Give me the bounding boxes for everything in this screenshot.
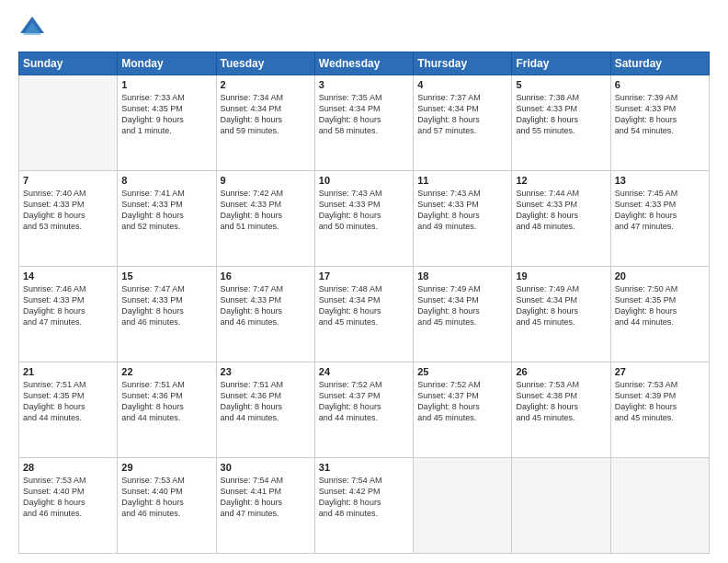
day-number: 4 bbox=[417, 79, 507, 90]
cell-details: Sunrise: 7:39 AM Sunset: 4:33 PM Dayligh… bbox=[615, 92, 705, 137]
weekday-wednesday: Wednesday bbox=[314, 52, 413, 75]
logo bbox=[18, 15, 50, 42]
cell-details: Sunrise: 7:46 AM Sunset: 4:33 PM Dayligh… bbox=[23, 283, 113, 328]
cell-details: Sunrise: 7:40 AM Sunset: 4:33 PM Dayligh… bbox=[23, 188, 113, 233]
calendar-cell: 18Sunrise: 7:49 AM Sunset: 4:34 PM Dayli… bbox=[414, 267, 512, 362]
calendar-header: SundayMondayTuesdayWednesdayThursdayFrid… bbox=[19, 52, 710, 75]
calendar-cell: 9Sunrise: 7:42 AM Sunset: 4:33 PM Daylig… bbox=[216, 171, 314, 267]
calendar-cell: 22Sunrise: 7:51 AM Sunset: 4:36 PM Dayli… bbox=[118, 362, 216, 458]
cell-details: Sunrise: 7:48 AM Sunset: 4:34 PM Dayligh… bbox=[319, 283, 409, 328]
day-number: 31 bbox=[319, 462, 409, 473]
day-number: 1 bbox=[121, 79, 211, 90]
cell-details: Sunrise: 7:50 AM Sunset: 4:35 PM Dayligh… bbox=[615, 283, 705, 328]
calendar-cell: 1Sunrise: 7:33 AM Sunset: 4:35 PM Daylig… bbox=[118, 75, 216, 171]
day-number: 7 bbox=[23, 175, 113, 186]
calendar-cell: 29Sunrise: 7:53 AM Sunset: 4:40 PM Dayli… bbox=[118, 458, 216, 554]
day-number: 27 bbox=[615, 366, 705, 377]
calendar-cell: 13Sunrise: 7:45 AM Sunset: 4:33 PM Dayli… bbox=[610, 171, 709, 267]
cell-details: Sunrise: 7:35 AM Sunset: 4:34 PM Dayligh… bbox=[319, 92, 409, 137]
calendar-cell: 21Sunrise: 7:51 AM Sunset: 4:35 PM Dayli… bbox=[19, 362, 118, 458]
calendar-cell: 30Sunrise: 7:54 AM Sunset: 4:41 PM Dayli… bbox=[216, 458, 314, 554]
day-number: 6 bbox=[615, 79, 705, 90]
cell-details: Sunrise: 7:53 AM Sunset: 4:39 PM Dayligh… bbox=[615, 379, 705, 424]
day-number: 13 bbox=[615, 175, 705, 186]
day-number: 10 bbox=[319, 175, 409, 186]
calendar-cell: 27Sunrise: 7:53 AM Sunset: 4:39 PM Dayli… bbox=[610, 362, 709, 458]
day-number: 30 bbox=[221, 462, 311, 473]
calendar-cell bbox=[610, 458, 709, 554]
calendar-cell: 3Sunrise: 7:35 AM Sunset: 4:34 PM Daylig… bbox=[314, 75, 413, 171]
calendar-cell: 19Sunrise: 7:49 AM Sunset: 4:34 PM Dayli… bbox=[512, 267, 610, 362]
cell-details: Sunrise: 7:45 AM Sunset: 4:33 PM Dayligh… bbox=[615, 188, 705, 233]
cell-details: Sunrise: 7:51 AM Sunset: 4:36 PM Dayligh… bbox=[121, 379, 211, 424]
day-number: 18 bbox=[417, 270, 507, 282]
calendar-cell bbox=[512, 458, 610, 554]
day-number: 19 bbox=[516, 270, 606, 282]
calendar-cell: 24Sunrise: 7:52 AM Sunset: 4:37 PM Dayli… bbox=[314, 362, 413, 458]
calendar-cell bbox=[414, 458, 512, 554]
calendar-cell: 4Sunrise: 7:37 AM Sunset: 4:34 PM Daylig… bbox=[414, 75, 512, 171]
cell-details: Sunrise: 7:53 AM Sunset: 4:40 PM Dayligh… bbox=[121, 475, 211, 520]
day-number: 25 bbox=[417, 366, 507, 377]
weekday-header-row: SundayMondayTuesdayWednesdayThursdayFrid… bbox=[19, 52, 710, 75]
day-number: 5 bbox=[516, 79, 606, 90]
day-number: 16 bbox=[221, 270, 311, 282]
calendar-cell: 26Sunrise: 7:53 AM Sunset: 4:38 PM Dayli… bbox=[512, 362, 610, 458]
cell-details: Sunrise: 7:37 AM Sunset: 4:34 PM Dayligh… bbox=[417, 92, 507, 137]
week-row-0: 1Sunrise: 7:33 AM Sunset: 4:35 PM Daylig… bbox=[19, 75, 710, 171]
day-number: 26 bbox=[516, 366, 606, 377]
day-number: 21 bbox=[23, 366, 113, 377]
cell-details: Sunrise: 7:33 AM Sunset: 4:35 PM Dayligh… bbox=[121, 92, 211, 137]
cell-details: Sunrise: 7:52 AM Sunset: 4:37 PM Dayligh… bbox=[319, 379, 409, 424]
cell-details: Sunrise: 7:47 AM Sunset: 4:33 PM Dayligh… bbox=[121, 283, 211, 328]
calendar-cell: 14Sunrise: 7:46 AM Sunset: 4:33 PM Dayli… bbox=[19, 267, 118, 362]
calendar-cell: 23Sunrise: 7:51 AM Sunset: 4:36 PM Dayli… bbox=[216, 362, 314, 458]
cell-details: Sunrise: 7:51 AM Sunset: 4:36 PM Dayligh… bbox=[221, 379, 311, 424]
day-number: 24 bbox=[319, 366, 409, 377]
cell-details: Sunrise: 7:53 AM Sunset: 4:38 PM Dayligh… bbox=[516, 379, 606, 424]
day-number: 2 bbox=[221, 79, 311, 90]
calendar-cell bbox=[19, 75, 118, 171]
cell-details: Sunrise: 7:41 AM Sunset: 4:33 PM Dayligh… bbox=[121, 188, 211, 233]
cell-details: Sunrise: 7:34 AM Sunset: 4:34 PM Dayligh… bbox=[221, 92, 311, 137]
day-number: 29 bbox=[121, 462, 211, 473]
cell-details: Sunrise: 7:43 AM Sunset: 4:33 PM Dayligh… bbox=[319, 188, 409, 233]
calendar-cell: 12Sunrise: 7:44 AM Sunset: 4:33 PM Dayli… bbox=[512, 171, 610, 267]
calendar-cell: 11Sunrise: 7:43 AM Sunset: 4:33 PM Dayli… bbox=[414, 171, 512, 267]
week-row-3: 21Sunrise: 7:51 AM Sunset: 4:35 PM Dayli… bbox=[19, 362, 710, 458]
cell-details: Sunrise: 7:49 AM Sunset: 4:34 PM Dayligh… bbox=[417, 283, 507, 328]
cell-details: Sunrise: 7:47 AM Sunset: 4:33 PM Dayligh… bbox=[221, 283, 311, 328]
calendar-cell: 7Sunrise: 7:40 AM Sunset: 4:33 PM Daylig… bbox=[19, 171, 118, 267]
calendar-cell: 6Sunrise: 7:39 AM Sunset: 4:33 PM Daylig… bbox=[610, 75, 709, 171]
day-number: 15 bbox=[121, 270, 211, 282]
page: SundayMondayTuesdayWednesdayThursdayFrid… bbox=[0, 0, 728, 563]
day-number: 8 bbox=[121, 175, 211, 186]
weekday-sunday: Sunday bbox=[19, 52, 118, 75]
calendar-table: SundayMondayTuesdayWednesdayThursdayFrid… bbox=[18, 52, 710, 554]
calendar-cell: 10Sunrise: 7:43 AM Sunset: 4:33 PM Dayli… bbox=[314, 171, 413, 267]
day-number: 9 bbox=[221, 175, 311, 186]
calendar-cell: 25Sunrise: 7:52 AM Sunset: 4:37 PM Dayli… bbox=[414, 362, 512, 458]
day-number: 3 bbox=[319, 79, 409, 90]
weekday-tuesday: Tuesday bbox=[216, 52, 314, 75]
day-number: 22 bbox=[121, 366, 211, 377]
calendar-cell: 20Sunrise: 7:50 AM Sunset: 4:35 PM Dayli… bbox=[610, 267, 709, 362]
cell-details: Sunrise: 7:53 AM Sunset: 4:40 PM Dayligh… bbox=[23, 475, 113, 520]
header bbox=[18, 15, 710, 42]
day-number: 17 bbox=[319, 270, 409, 282]
cell-details: Sunrise: 7:51 AM Sunset: 4:35 PM Dayligh… bbox=[23, 379, 113, 424]
week-row-2: 14Sunrise: 7:46 AM Sunset: 4:33 PM Dayli… bbox=[19, 267, 710, 362]
day-number: 12 bbox=[516, 175, 606, 186]
week-row-4: 28Sunrise: 7:53 AM Sunset: 4:40 PM Dayli… bbox=[19, 458, 710, 554]
cell-details: Sunrise: 7:42 AM Sunset: 4:33 PM Dayligh… bbox=[221, 188, 311, 233]
day-number: 14 bbox=[23, 270, 113, 282]
cell-details: Sunrise: 7:44 AM Sunset: 4:33 PM Dayligh… bbox=[516, 188, 606, 233]
logo-icon bbox=[18, 15, 46, 42]
calendar-cell: 28Sunrise: 7:53 AM Sunset: 4:40 PM Dayli… bbox=[19, 458, 118, 554]
cell-details: Sunrise: 7:43 AM Sunset: 4:33 PM Dayligh… bbox=[417, 188, 507, 233]
calendar-cell: 5Sunrise: 7:38 AM Sunset: 4:33 PM Daylig… bbox=[512, 75, 610, 171]
weekday-saturday: Saturday bbox=[610, 52, 709, 75]
weekday-thursday: Thursday bbox=[414, 52, 512, 75]
calendar-cell: 2Sunrise: 7:34 AM Sunset: 4:34 PM Daylig… bbox=[216, 75, 314, 171]
weekday-friday: Friday bbox=[512, 52, 610, 75]
